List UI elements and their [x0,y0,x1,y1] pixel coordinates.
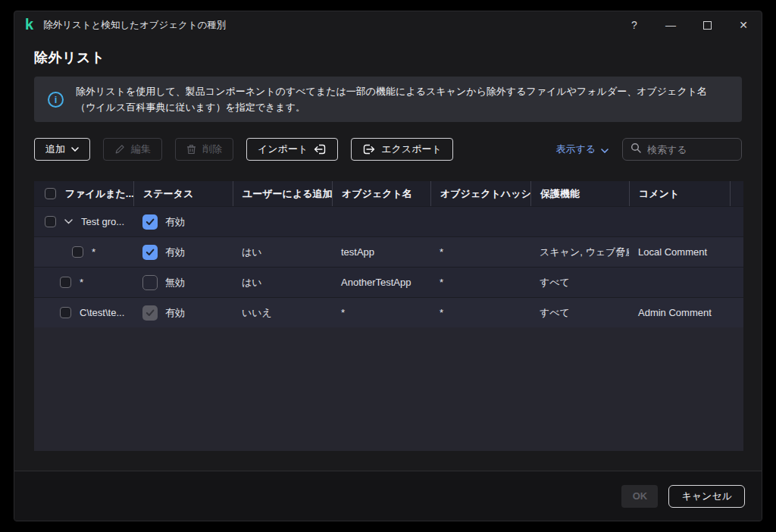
pencil-icon [114,144,125,155]
maximize-button[interactable] [689,11,725,39]
cancel-button[interactable]: キャンセル [668,485,745,508]
row-name: Test gro... [81,216,124,227]
row-select-checkbox[interactable] [72,246,83,258]
search-box [622,138,742,161]
added-by-user-cell: いいえ [233,298,332,327]
chevron-down-icon [601,144,609,155]
object-hash-cell: * [430,298,530,327]
row-name: * [80,277,83,288]
header-object-name-column: オブジェクト名 [332,181,430,206]
header-comment-column: コメント [629,181,730,206]
comment-cell: Local Comment [629,237,730,267]
minimize-button[interactable]: — [652,11,689,39]
status-label: 有効 [165,215,185,229]
info-icon: i [48,92,64,108]
header-spacer-column [730,181,743,206]
row-select-checkbox[interactable] [60,277,71,288]
status-checkbox[interactable] [142,275,158,290]
object-hash-cell: * [430,268,530,297]
toolbar: 追加 編集 削除 インポート エクスポート 表示する [34,138,742,161]
table-row[interactable]: * 有効 はい testApp * スキャン, ウェブ脅威... Local C… [34,236,743,267]
toolbar-right: 表示する [555,138,742,161]
row-name: * [92,246,95,258]
object-name-cell: * [332,298,430,327]
info-banner: i 除外リストを使用して、製品コンポーネントのすべてまたは一部の機能によるスキャ… [34,77,742,122]
delete-button-label: 削除 [202,142,222,156]
header-file-column: ファイルまた... [34,181,133,206]
table-row[interactable]: * 無効 はい AnotherTestApp * すべて [34,267,743,297]
added-by-user-cell: はい [233,268,332,297]
edit-button[interactable]: 編集 [103,138,162,161]
search-input[interactable] [647,144,734,155]
info-banner-text: 除外リストを使用して、製品コンポーネントのすべてまたは一部の機能によるスキャンか… [76,83,723,115]
chevron-down-icon [71,147,79,152]
row-name: C\test\te... [80,307,124,318]
status-label: 有効 [165,246,185,259]
status-checkbox[interactable] [142,214,158,230]
status-label: 無効 [165,276,185,289]
import-button-label: インポート [258,142,308,156]
header-object-hash-column: オブジェクトハッシュ [430,181,530,206]
trash-icon [186,144,196,155]
ok-button[interactable]: OK [621,485,658,508]
title-bar: k 除外リストと検知したオブジェクトの種別 ? — ✕ [14,11,762,39]
add-button-label: 追加 [45,142,65,156]
object-name-cell: testApp [332,237,430,267]
protection-cell: すべて [530,298,629,327]
add-button[interactable]: 追加 [34,138,90,161]
dialog-window: k 除外リストと検知したオブジェクトの種別 ? — ✕ 除外リスト i 除外リス… [14,11,762,521]
window-controls: ? — ✕ [616,11,762,39]
table-row[interactable]: C\test\te... 有効 いいえ * * すべて Admin Commen… [34,297,743,327]
kaspersky-logo-icon: k [25,17,33,32]
status-label: 有効 [165,306,185,320]
edit-button-label: 編集 [131,142,151,156]
protection-cell: すべて [530,268,629,297]
added-by-user-cell: はい [233,237,332,267]
view-filter-label: 表示する [555,142,596,156]
close-button[interactable]: ✕ [725,11,762,39]
object-name-cell: AnotherTestApp [332,268,430,297]
page-title: 除外リスト [34,49,762,67]
delete-button[interactable]: 削除 [175,138,233,161]
footer: OK キャンセル [14,471,762,521]
header-protection-column: 保護機能 [530,181,629,206]
object-hash-cell: * [430,237,530,267]
comment-cell [629,268,730,297]
row-select-checkbox[interactable] [45,216,56,227]
exclusions-table: ファイルまた... ステータス ユーザーによる追加 オブジェクト名 オブジェクト… [34,181,743,451]
header-added-by-user-column: ユーザーによる追加 [233,181,332,206]
window-title: 除外リストと検知したオブジェクトの種別 [43,19,226,32]
status-checkbox-disabled[interactable] [142,305,158,321]
select-all-checkbox[interactable] [45,188,56,199]
protection-cell: スキャン, ウェブ脅威... [530,237,629,267]
export-icon [362,143,375,155]
import-button[interactable]: インポート [246,138,338,161]
chevron-down-icon[interactable] [64,219,73,224]
maximize-icon [703,21,712,30]
table-header-row: ファイルまた... ステータス ユーザーによる追加 オブジェクト名 オブジェクト… [34,181,743,206]
row-select-checkbox[interactable] [60,307,71,318]
comment-cell: Admin Comment [629,298,730,327]
table-row-group[interactable]: Test gro... 有効 [34,206,743,236]
view-filter-dropdown[interactable]: 表示する [555,142,609,156]
search-icon [630,142,641,156]
export-button-label: エクスポート [381,142,442,156]
status-checkbox[interactable] [142,245,158,260]
help-button[interactable]: ? [616,11,652,39]
header-label: ファイルまた... [65,187,133,201]
import-icon [314,143,327,155]
header-status-column: ステータス [133,181,233,206]
export-button[interactable]: エクスポート [351,138,453,161]
